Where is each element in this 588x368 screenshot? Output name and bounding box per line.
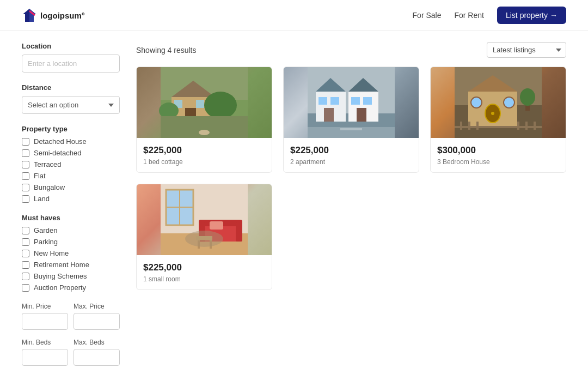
svg-rect-19 [318, 97, 327, 105]
svg-point-34 [491, 112, 494, 115]
svg-rect-37 [455, 126, 542, 128]
checkbox-detached[interactable]: Detached House [22, 137, 120, 146]
location-label: Location [22, 42, 120, 50]
svg-rect-41 [517, 122, 519, 130]
main-nav: For Sale For Rent List property → [413, 7, 566, 24]
min-price-label: Min. Price [22, 303, 68, 310]
property-info-3: $300,000 3 Bedroom House [431, 140, 566, 172]
property-card-4[interactable]: $225,000 1 small room [136, 184, 272, 290]
distance-section: Distance Select an option 1 mile 2 miles… [22, 83, 120, 114]
distance-label: Distance [22, 83, 120, 92]
property-desc-3: 3 Bedroom House [437, 158, 559, 166]
for-sale-link[interactable]: For Sale [413, 11, 442, 20]
max-beds-label: Max. Beds [74, 339, 120, 346]
results-count: Showing 4 results [136, 46, 197, 55]
max-beds-input[interactable] [74, 349, 120, 366]
property-desc-4: 1 small room [143, 275, 265, 283]
min-beds-group: Min. Beds [22, 339, 68, 366]
checkbox-flat[interactable]: Flat [22, 172, 120, 180]
max-price-group: Max. Price [74, 303, 120, 330]
property-card-2[interactable]: $225,000 2 apartment [283, 67, 419, 173]
property-type-section: Property type Detached House Semi-detach… [22, 125, 120, 203]
sort-select[interactable]: Latest listings Price: Low to High Price… [487, 42, 566, 58]
svg-point-36 [504, 97, 514, 108]
checkbox-semi[interactable]: Semi-detached [22, 149, 120, 157]
checkbox-land[interactable]: Land [22, 195, 120, 203]
property-grid: $225,000 1 bed cottage [136, 67, 566, 290]
property-image-2 [284, 67, 419, 138]
svg-rect-42 [525, 122, 528, 130]
svg-rect-24 [351, 97, 360, 105]
property-info-4: $225,000 1 small room [137, 257, 272, 289]
max-price-label: Max. Price [74, 303, 120, 310]
logo-icon [22, 8, 37, 23]
price-range: Min. Price Max. Price [22, 303, 120, 330]
svg-rect-56 [236, 222, 242, 242]
min-price-group: Min. Price [22, 303, 68, 330]
checkbox-auction[interactable]: Auction Property [22, 283, 120, 292]
location-input[interactable] [22, 55, 120, 73]
min-beds-label: Min. Beds [22, 339, 68, 346]
svg-rect-20 [330, 97, 339, 105]
property-desc-2: 2 apartment [290, 158, 412, 166]
property-image-3 [431, 67, 566, 138]
content-header: Showing 4 results Latest listings Price:… [136, 42, 566, 58]
sidebar: Location Distance Select an option 1 mil… [22, 42, 120, 368]
main-layout: Location Distance Select an option 1 mil… [0, 31, 588, 368]
svg-point-45 [520, 88, 535, 106]
property-info-2: $225,000 2 apartment [284, 140, 419, 172]
header: logoipsum° For Sale For Rent List proper… [0, 0, 588, 31]
beds-range: Min. Beds Max. Beds [22, 339, 120, 366]
svg-rect-57 [210, 221, 223, 230]
svg-rect-18 [324, 108, 334, 122]
svg-rect-25 [363, 97, 372, 105]
property-price-1: $225,000 [143, 145, 265, 156]
min-price-input[interactable] [22, 313, 68, 330]
distance-select[interactable]: Select an option 1 mile 2 miles 5 miles … [22, 96, 120, 114]
checkbox-new-home[interactable]: New Home [22, 249, 120, 257]
must-haves-label: Must haves [22, 214, 120, 222]
property-price-3: $300,000 [437, 145, 559, 156]
logo-text: logoipsum° [40, 11, 85, 20]
svg-rect-43 [534, 122, 536, 130]
svg-rect-9 [196, 100, 204, 108]
content-area: Showing 4 results Latest listings Price:… [136, 42, 566, 368]
location-section: Location [22, 42, 120, 73]
property-price-2: $225,000 [290, 145, 412, 156]
sort-wrapper: Latest listings Price: Low to High Price… [487, 42, 566, 58]
svg-rect-38 [460, 122, 462, 130]
svg-rect-40 [476, 122, 479, 130]
svg-rect-39 [468, 122, 470, 130]
svg-point-61 [185, 231, 223, 247]
svg-point-35 [471, 97, 482, 108]
property-type-label: Property type [22, 125, 120, 133]
logo: logoipsum° [22, 8, 85, 23]
property-price-4: $225,000 [143, 262, 265, 273]
svg-rect-27 [340, 128, 362, 130]
svg-rect-23 [357, 108, 366, 122]
for-rent-link[interactable]: For Rent [454, 11, 483, 20]
checkbox-bungalow[interactable]: Bungalow [22, 183, 120, 191]
checkbox-parking[interactable]: Parking [22, 238, 120, 246]
property-image-1 [137, 67, 272, 138]
property-card-1[interactable]: $225,000 1 bed cottage [136, 67, 272, 173]
checkbox-buying-schemes[interactable]: Buying Schemes [22, 272, 120, 280]
property-info-1: $225,000 1 bed cottage [137, 140, 272, 172]
checkbox-retirement[interactable]: Retirement Home [22, 261, 120, 269]
must-haves-section: Must haves Garden Parking New Home Retir… [22, 214, 120, 292]
min-beds-input[interactable] [22, 349, 68, 366]
checkbox-terraced[interactable]: Terraced [22, 160, 120, 168]
checkbox-garden[interactable]: Garden [22, 226, 120, 234]
list-property-button[interactable]: List property → [497, 7, 566, 24]
svg-point-13 [199, 130, 210, 135]
property-desc-1: 1 bed cottage [143, 158, 265, 166]
property-card-3[interactable]: $300,000 3 Bedroom House [430, 67, 566, 173]
max-price-input[interactable] [74, 313, 120, 330]
property-image-4 [137, 184, 272, 255]
max-beds-group: Max. Beds [74, 339, 120, 366]
svg-point-10 [204, 92, 237, 119]
